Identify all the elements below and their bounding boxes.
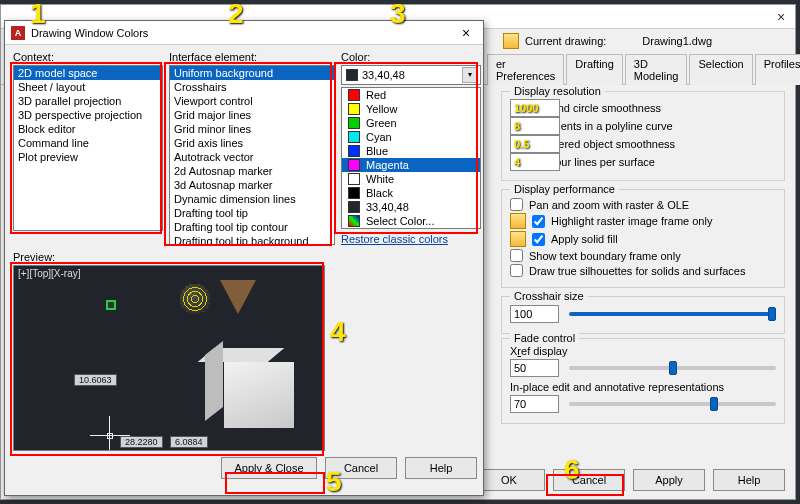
interface-element-item[interactable]: Crosshairs [170,80,334,94]
color-option[interactable]: Black [342,186,480,200]
contour-lines-row: Contour lines per surface [510,154,776,170]
inplace-edit-value[interactable]: 70 [510,395,559,413]
interface-element-item[interactable]: Drafting tool tip [170,206,334,220]
color-option-label: Yellow [366,103,397,115]
perf-true-silhouette-check[interactable] [510,264,523,277]
pickbox-icon [107,433,113,439]
tab-drafting[interactable]: Drafting [566,54,623,85]
help-button[interactable]: Help [713,469,785,491]
color-option-label: Magenta [366,159,409,171]
color-current-value: 33,40,48 [362,66,405,84]
close-icon[interactable]: × [767,5,795,29]
annotation-6: 6 [564,454,580,486]
perf-solid-fill-check[interactable] [532,233,545,246]
chevron-down-icon[interactable]: ▾ [462,67,478,83]
preview-label: Preview: [13,251,335,263]
perf-text-boundary-check[interactable] [510,249,523,262]
polyline-segments-input[interactable] [510,117,560,135]
help-button[interactable]: Help [405,457,477,479]
interface-element-item[interactable]: 3d Autosnap marker [170,178,334,192]
apply-button[interactable]: Apply [633,469,705,491]
current-drawing-label: Current drawing: [525,35,606,47]
interface-element-item[interactable]: Drafting tool tip background [170,234,334,245]
contour-lines-input[interactable] [510,153,560,171]
color-swatch [348,117,360,129]
interface-element-item[interactable]: 2d Autosnap marker [170,164,334,178]
current-drawing-value: Drawing1.dwg [642,35,712,47]
color-select[interactable]: 33,40,48 ▾ [341,65,481,85]
annotation-5: 5 [326,466,342,498]
color-label: Color: [341,51,481,63]
color-option[interactable]: 33,40,48 [342,200,480,214]
group-fade-control: Fade control Xref display 50 In-place ed… [501,338,785,424]
arc-smoothness-input[interactable] [510,99,560,117]
xref-display-value[interactable]: 50 [510,359,559,377]
context-item[interactable]: Sheet / layout [14,80,162,94]
interface-element-item[interactable]: Dynamic dimension lines [170,192,334,206]
perf-true-silhouette-row: Draw true silhouettes for solids and sur… [510,264,776,277]
annotation-4: 4 [330,316,346,348]
context-listbox[interactable]: 2D model spaceSheet / layout3D parallel … [13,65,163,231]
close-icon[interactable]: × [455,25,477,41]
color-dropdown-list[interactable]: RedYellowGreenCyanBlueMagentaWhiteBlack3… [341,87,481,229]
interface-element-listbox[interactable]: Uniform backgroundCrosshairsViewport con… [169,65,335,245]
preview-coord-a: 10.6063 [74,374,117,386]
color-option[interactable]: Select Color... [342,214,480,228]
drawing-icon [510,231,526,247]
interface-element-item[interactable]: Viewport control [170,94,334,108]
drawing-icon [503,33,519,49]
colors-titlebar[interactable]: A Drawing Window Colors × [5,21,483,45]
perf-text-boundary-label: Show text boundary frame only [529,250,681,262]
color-swatch [348,131,360,143]
perf-highlight-raster-check[interactable] [532,215,545,228]
perf-pan-zoom-check[interactable] [510,198,523,211]
tab-profiles[interactable]: Profiles [755,54,800,85]
slider-thumb[interactable] [669,361,677,375]
color-option-label: Red [366,89,386,101]
context-item[interactable]: Block editor [14,122,162,136]
color-option[interactable]: Magenta [342,158,480,172]
interface-element-item[interactable]: Uniform background [170,66,334,80]
crosshair-size-slider[interactable] [569,312,776,316]
color-option[interactable]: Red [342,88,480,102]
tab-selection[interactable]: Selection [689,54,752,85]
color-swatch [348,103,360,115]
interface-element-item[interactable]: Autotrack vector [170,150,334,164]
xref-display-slider[interactable] [569,366,776,370]
slider-thumb[interactable] [768,307,776,321]
tab-3d-modeling[interactable]: 3D Modeling [625,54,688,85]
tab-user-preferences[interactable]: er Preferences [487,54,564,85]
group-display-performance: Display performance Pan and zoom with ra… [501,189,785,288]
color-swatch [346,69,358,81]
context-item[interactable]: 2D model space [14,66,162,80]
preview-coord-b: 28.2280 [120,436,163,448]
color-swatch [348,187,360,199]
color-swatch [348,173,360,185]
rendered-smoothness-input[interactable] [510,135,560,153]
crosshair-size-value[interactable]: 100 [510,305,559,323]
context-item[interactable]: 3D perspective projection [14,108,162,122]
context-item[interactable]: Command line [14,136,162,150]
color-option[interactable]: White [342,172,480,186]
color-option[interactable]: Yellow [342,102,480,116]
context-item[interactable]: 3D parallel projection [14,94,162,108]
color-option-label: Black [366,187,393,199]
color-option[interactable]: Blue [342,144,480,158]
interface-element-item[interactable]: Grid axis lines [170,136,334,150]
perf-text-boundary-row: Show text boundary frame only [510,249,776,262]
context-item[interactable]: Plot preview [14,150,162,164]
color-option-label: Cyan [366,131,392,143]
apply-and-close-button[interactable]: Apply & Close [221,457,317,479]
color-option[interactable]: Cyan [342,130,480,144]
polyline-segments-row: Segments in a polyline curve [510,118,776,134]
color-swatch [348,215,360,227]
slider-thumb[interactable] [710,397,718,411]
colors-title-text: Drawing Window Colors [31,27,148,39]
color-option[interactable]: Green [342,116,480,130]
restore-classic-colors-link[interactable]: Restore classic colors [341,233,448,245]
group-display-resolution: Display resolution Arc and circle smooth… [501,91,785,181]
interface-element-item[interactable]: Drafting tool tip contour [170,220,334,234]
inplace-edit-slider[interactable] [569,402,776,406]
interface-element-item[interactable]: Grid minor lines [170,122,334,136]
interface-element-item[interactable]: Grid major lines [170,108,334,122]
